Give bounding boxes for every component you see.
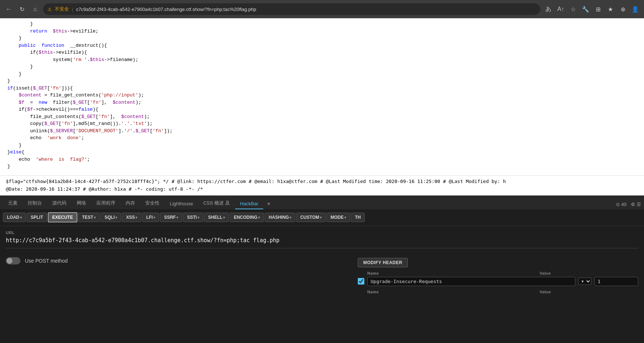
back-button[interactable]: ← xyxy=(4,4,14,14)
address-bar[interactable]: ⚠ 不安全 | c7c9a5bf-2f43-4cab-a542-e7900a4c… xyxy=(43,3,540,15)
header-name-input-1[interactable] xyxy=(367,277,575,286)
mode-button[interactable]: MODE ▾ xyxy=(326,213,350,222)
header-value-input-1[interactable] xyxy=(594,277,638,286)
load-dropdown-arrow: ▾ xyxy=(20,216,22,220)
browser-chrome: ← ↻ ⌂ ⚠ 不安全 | c7c9a5bf-2f43-4cab-a542-e7… xyxy=(0,0,644,18)
tab-memory[interactable]: 内存 xyxy=(120,198,140,209)
code-line: $f = new filter($_GET['fn'], $content); xyxy=(0,99,644,106)
security-warning-icon: ⚠ xyxy=(47,7,52,12)
load-label: LOAD xyxy=(7,215,19,220)
split-view-button[interactable]: ⊞ xyxy=(593,4,603,14)
devtools-icon-1: ⚙ xyxy=(631,202,635,207)
ssti-button[interactable]: SSTI ▾ xyxy=(183,213,203,222)
extensions-button[interactable]: 🔧 xyxy=(580,4,591,14)
devtools-tabbar: 元素 控制台 源代码 网络 应用程序 内存 安全性 Lighthouse CSS… xyxy=(0,195,644,209)
translate-button[interactable]: あ xyxy=(543,4,553,14)
mode-dropdown-arrow: ▾ xyxy=(344,216,346,220)
reader-mode-button[interactable]: A↑ xyxy=(556,4,566,14)
split-label: SPLIT xyxy=(31,215,43,220)
encoding-button[interactable]: ENCODING ▾ xyxy=(230,213,264,222)
flag-line-2: @Date: 2020-09-16 11:24:37 # @Author: h1… xyxy=(6,186,638,193)
load-button[interactable]: LOAD ▾ xyxy=(3,213,26,222)
split-button[interactable]: SPLIT xyxy=(27,213,47,222)
bookmark-button[interactable]: ★ xyxy=(605,4,616,14)
insecure-label: 不安全 xyxy=(55,6,69,12)
tab-application[interactable]: 应用程序 xyxy=(91,198,120,209)
code-line: unlink($_SERVER['DOCUMENT_ROOT'].'/'.$_G… xyxy=(0,127,644,135)
toggle-knob xyxy=(7,258,12,264)
code-line: }else{ xyxy=(0,149,644,156)
lfi-button[interactable]: LFI ▾ xyxy=(142,213,159,222)
th-button[interactable]: TH xyxy=(351,213,365,222)
code-line: if($this->evilfile){ xyxy=(0,49,644,56)
xss-label: XSS xyxy=(126,215,135,220)
header-checkbox-1[interactable] xyxy=(358,278,364,285)
hackbar-toolbar: LOAD ▾ SPLIT EXECUTE TEST ▾ SQLI ▾ XSS ▾… xyxy=(0,209,644,226)
code-line: return $this->evilfile; xyxy=(0,28,644,35)
mode-label: MODE xyxy=(330,215,344,220)
tab-security[interactable]: 安全性 xyxy=(140,198,165,209)
tab-lighthouse[interactable]: Lighthouse xyxy=(165,199,198,209)
sqli-button[interactable]: SQLI ▾ xyxy=(100,213,121,222)
modify-header-label: MODIFY HEADER xyxy=(363,260,402,265)
home-button[interactable]: ⌂ xyxy=(30,4,40,14)
code-line: } xyxy=(0,77,644,85)
refresh-button[interactable]: ↻ xyxy=(17,4,27,14)
shell-button[interactable]: SHELL ▾ xyxy=(204,213,229,222)
code-line: } xyxy=(0,35,644,42)
code-line: $content = file_get_contents('php://inpu… xyxy=(0,92,644,99)
header-labels-row-2: Name Value xyxy=(358,290,638,294)
xss-dropdown-arrow: ▾ xyxy=(135,216,137,220)
lfi-dropdown-arrow: ▾ xyxy=(153,216,155,220)
tab-hackbar[interactable]: HackBar xyxy=(235,199,264,209)
header-row-1: ▾ xyxy=(358,277,638,286)
favorites-button[interactable]: ☆ xyxy=(568,4,578,14)
modify-header-section: MODIFY HEADER Name Value ▾ Name Value xyxy=(352,254,644,298)
hashing-dropdown-arrow: ▾ xyxy=(290,216,291,220)
code-line: echo 'work done'; xyxy=(0,134,644,142)
code-viewer: } return $this->evilfile; } public funct… xyxy=(0,18,644,175)
address-url: c7c9a5bf-2f43-4cab-a542-e7900a4c1b07.cha… xyxy=(76,7,256,12)
url-value[interactable]: http://c7c9a5bf-2f43-4cab-a542-e7900a4c1… xyxy=(6,236,638,244)
xss-button[interactable]: XSS ▾ xyxy=(122,213,141,222)
tab-network[interactable]: 网络 xyxy=(72,198,91,209)
code-line: file_put_contents($_GET['fn'], $content)… xyxy=(0,113,644,121)
sqli-dropdown-arrow: ▾ xyxy=(115,216,117,220)
code-line: } xyxy=(0,70,644,78)
code-line: } xyxy=(0,20,644,28)
hackbar-lower: Use POST method MODIFY HEADER Name Value… xyxy=(0,254,644,298)
tab-css[interactable]: CSS 概述 及 xyxy=(198,198,235,209)
custom-button[interactable]: CUSTOM ▾ xyxy=(296,213,326,222)
encoding-label: ENCODING xyxy=(234,215,257,220)
tab-elements[interactable]: 元素 xyxy=(3,198,23,209)
sqli-label: SQLI xyxy=(104,215,115,220)
tab-sources[interactable]: 源代码 xyxy=(47,198,72,209)
header-value-label-2: Value xyxy=(540,290,551,294)
count-badge: ⊙ xyxy=(616,202,620,207)
collections-button[interactable]: ⊕ xyxy=(618,4,628,14)
code-line: if($f->checkevil()===false){ xyxy=(0,106,644,113)
modify-header-button[interactable]: MODIFY HEADER xyxy=(358,258,408,267)
tab-console[interactable]: 控制台 xyxy=(23,198,47,209)
code-line: public function __destruct(){ xyxy=(0,42,644,49)
post-toggle[interactable] xyxy=(6,257,20,264)
header-dropdown-1[interactable]: ▾ xyxy=(578,278,591,285)
ssrf-button[interactable]: SSRF ▾ xyxy=(160,213,182,222)
code-line: if(isset($_GET['fn'])){ xyxy=(0,85,644,92)
hashing-label: HASHING xyxy=(269,215,289,220)
hashing-button[interactable]: HASHING ▾ xyxy=(265,213,295,222)
ssti-label: SSTI xyxy=(187,215,197,220)
shell-dropdown-arrow: ▾ xyxy=(223,216,225,220)
flag-bar: $flag="ctfshow{841a2b84-14c4-427f-a57f-2… xyxy=(0,175,644,195)
browser-actions: あ A↑ ☆ 🔧 ⊞ ★ ⊕ 👤 xyxy=(543,4,640,14)
url-label: URL xyxy=(6,230,638,235)
execute-button[interactable]: EXECUTE xyxy=(48,212,77,222)
profile-button[interactable]: 👤 xyxy=(630,4,640,14)
lfi-label: LFI xyxy=(146,215,153,220)
test-button[interactable]: TEST ▾ xyxy=(78,213,100,222)
post-label: Use POST method xyxy=(25,258,68,264)
header-value-label: Value xyxy=(540,271,551,275)
tab-add-button[interactable]: + xyxy=(263,198,274,209)
post-section: Use POST method xyxy=(0,254,352,298)
header-name-label-2: Name xyxy=(367,290,379,294)
